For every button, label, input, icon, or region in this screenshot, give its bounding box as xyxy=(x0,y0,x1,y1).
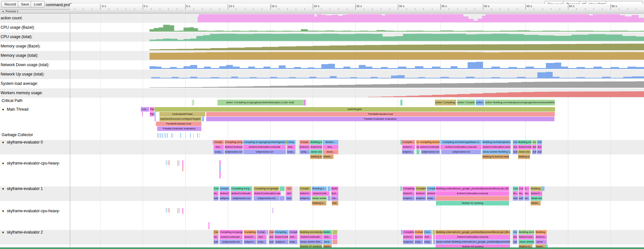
event-block[interactable]: ParallelEvaluator.eval xyxy=(206,112,555,116)
event-block[interactable]: Compiling src/g... xyxy=(231,186,252,191)
event-tick[interactable] xyxy=(179,208,179,213)
event-block[interactable]: Acti... xyxy=(257,235,266,239)
event-tick[interactable] xyxy=(166,160,167,165)
event-block[interactable]: Building external/com_google_protobuf/ja… xyxy=(436,230,510,234)
counter-chart[interactable] xyxy=(0,70,644,78)
event-block[interactable]: Com... xyxy=(424,230,432,234)
event-block[interactable]: ActionContinuation.execute xyxy=(482,145,511,149)
event-tick[interactable] xyxy=(178,208,178,213)
event-block[interactable]: Jav... xyxy=(331,196,338,201)
event-tick[interactable] xyxy=(208,222,209,229)
counter-chart[interactable] xyxy=(0,80,644,88)
event-block[interactable]: Building src/main/java/com/go... xyxy=(482,140,511,144)
event-block[interactable]: Ac... xyxy=(513,191,518,196)
event-block[interactable] xyxy=(400,186,402,191)
event-block[interactable]: subproc... xyxy=(403,240,414,244)
event-block[interactable]: sub xyxy=(519,196,524,201)
event-block[interactable]: sub xyxy=(269,240,274,244)
event-block[interactable]: Compil... xyxy=(427,186,436,191)
event-block[interactable]: subproc... xyxy=(220,196,229,201)
event-block[interactable]: ActionContinuation.execute xyxy=(436,191,509,196)
event-block[interactable]: subproc... xyxy=(416,196,426,201)
event-tick[interactable] xyxy=(171,133,172,138)
event-block[interactable]: Javac work... xyxy=(310,150,322,154)
event-block[interactable]: Com xyxy=(513,230,517,234)
event-tick[interactable] xyxy=(182,208,183,214)
event-tick[interactable] xyxy=(159,133,159,138)
track-label[interactable]: ▼skyframe-evaluator-cpu-heavy- xyxy=(2,209,60,213)
counter-chart[interactable] xyxy=(0,33,644,41)
event-block[interactable]: Javac wo... xyxy=(531,196,542,201)
event-block[interactable]: Building src... xyxy=(310,140,322,144)
event-block[interactable] xyxy=(202,117,204,121)
event-block[interactable]: sub xyxy=(532,150,536,154)
event-block[interactable]: Comp... xyxy=(287,140,295,144)
track-label[interactable]: ▼skyframe-evaluator 1 xyxy=(2,186,43,191)
event-block[interactable] xyxy=(280,186,284,191)
event-block[interactable]: Compiling src/core/... xyxy=(420,140,440,144)
event-block[interactable]: C... xyxy=(524,186,529,191)
event-block[interactable]: Ac... xyxy=(524,191,529,196)
event-block[interactable]: subp... xyxy=(214,150,224,154)
event-tick[interactable] xyxy=(169,160,170,165)
event-tick[interactable] xyxy=(180,133,181,138)
event-block[interactable]: action 'Compiling src/google/protobuf/de… xyxy=(217,100,303,105)
event-block[interactable]: Compiling src/google... xyxy=(254,186,279,191)
event-block[interactable]: Compiling src/g... xyxy=(225,140,243,144)
event-tick[interactable] xyxy=(197,133,198,138)
track-label[interactable]: ▼skyframe-evaluator 2 xyxy=(2,230,43,234)
event-tick[interactable] xyxy=(182,167,183,171)
event-block[interactable]: runAnalysisPhase xyxy=(159,112,205,116)
event-block[interactable]: ActionContinuation.execute xyxy=(436,235,510,239)
event-block[interactable]: Acti... xyxy=(424,235,432,239)
event-block[interactable] xyxy=(332,235,337,239)
event-tick[interactable] xyxy=(182,160,183,167)
event-block[interactable]: subproc... xyxy=(274,240,288,244)
event-block[interactable]: ParallelEvaluator.eval xyxy=(156,122,201,126)
event-block[interactable]: Com xyxy=(519,186,524,191)
event-block[interactable]: Building external/com_google_protobuf/ja… xyxy=(436,186,509,191)
event-block[interactable]: ActionContinuati... xyxy=(300,235,323,239)
event-block[interactable]: Lau... xyxy=(141,107,149,112)
event-block[interactable]: Javac worker Buil... xyxy=(300,240,323,244)
event-tick[interactable] xyxy=(273,208,273,213)
event-tick[interactable] xyxy=(179,160,179,166)
event-tick[interactable] xyxy=(162,133,163,138)
event-block[interactable]: Act xyxy=(513,145,518,149)
event-block[interactable]: Building... xyxy=(531,186,542,191)
event-block[interactable]: Com xyxy=(214,186,219,191)
event-tick[interactable] xyxy=(219,165,221,171)
track-label[interactable]: ▼Main Thread xyxy=(2,107,28,112)
event-tick[interactable] xyxy=(157,133,158,138)
event-block[interactable]: ActionC... xyxy=(300,145,310,149)
event-block[interactable]: ActionConti... xyxy=(519,235,534,239)
event-block[interactable]: subprocess.run xyxy=(243,150,286,154)
event-block[interactable]: ActionContinuation.execute xyxy=(243,145,286,149)
event-block[interactable]: subprocess.run xyxy=(421,150,440,154)
event-block[interactable]: Compil... xyxy=(214,140,224,144)
event-tick[interactable] xyxy=(166,208,167,213)
event-block[interactable]: Building ... xyxy=(535,230,547,234)
event-tick[interactable] xyxy=(178,160,178,166)
event-block[interactable]: subprocess.run xyxy=(220,240,243,244)
event-block[interactable]: ActionC... xyxy=(402,145,415,149)
event-block[interactable]: ActionC... xyxy=(244,235,256,239)
event-block[interactable]: action 'Compiling... xyxy=(435,100,456,105)
event-block[interactable]: Waitin... xyxy=(323,154,333,159)
event-block[interactable]: subp... xyxy=(289,240,297,244)
event-block[interactable]: Waiting to... xyxy=(518,154,530,159)
event-block[interactable]: Compiling ... xyxy=(403,186,415,191)
event-block[interactable]: subprocess.run xyxy=(231,196,252,201)
event-block[interactable]: Com xyxy=(269,230,274,234)
event-block[interactable]: Javac... xyxy=(323,150,338,154)
event-block[interactable]: subprocess.run xyxy=(254,196,279,201)
counter-chart[interactable] xyxy=(0,89,644,97)
event-block[interactable]: ActionC... xyxy=(300,191,311,196)
event-block[interactable]: Javac worker Building s... xyxy=(482,150,511,154)
event-block[interactable] xyxy=(142,112,143,116)
event-block[interactable] xyxy=(328,186,331,191)
event-block[interactable]: Javac wor... xyxy=(518,150,531,154)
event-block[interactable]: ActionC... xyxy=(416,191,426,196)
event-block[interactable]: Acti... xyxy=(323,145,338,149)
event-tick[interactable] xyxy=(199,133,199,138)
